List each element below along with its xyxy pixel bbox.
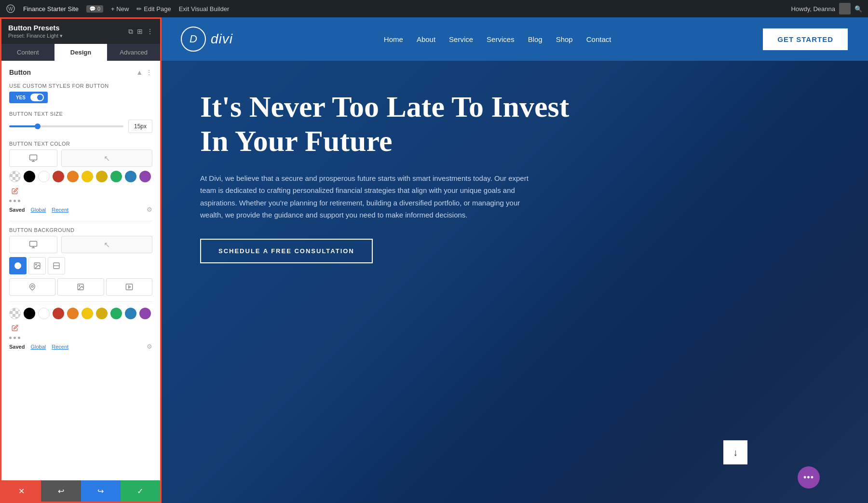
- copy-icon[interactable]: ⧉: [128, 27, 133, 36]
- slider-thumb[interactable]: [35, 123, 41, 129]
- nav-service[interactable]: Service: [449, 35, 473, 43]
- site-logo: D divi: [181, 27, 233, 52]
- bg-swatch-red[interactable]: [53, 308, 64, 319]
- swatch-black[interactable]: [24, 171, 35, 182]
- cursor-icon: ↖: [104, 154, 110, 163]
- settings-icon[interactable]: ⚙: [147, 206, 152, 213]
- swatch-white[interactable]: [38, 171, 50, 182]
- text-size-slider-row: 15px: [9, 120, 152, 133]
- confirm-button[interactable]: ✓: [121, 480, 160, 502]
- bg-paint-icon[interactable]: [9, 278, 55, 296]
- collapse-icon[interactable]: ▲: [136, 68, 143, 76]
- bg-global-tab[interactable]: Global: [30, 344, 46, 350]
- confirm-icon: ✓: [137, 487, 143, 496]
- scroll-arrow-button[interactable]: ↓: [723, 440, 747, 464]
- nav-contact[interactable]: Contact: [586, 35, 611, 43]
- bg-pencil-icon[interactable]: [9, 322, 21, 334]
- global-tab[interactable]: Global: [30, 207, 46, 213]
- swatch-purple[interactable]: [139, 171, 151, 182]
- bg-saved-tab[interactable]: Saved: [9, 344, 25, 350]
- bg-recent-tab[interactable]: Recent: [52, 344, 68, 350]
- bg-swatch-green[interactable]: [110, 308, 122, 319]
- bg-swatch-blue[interactable]: [125, 308, 136, 319]
- tab-advanced[interactable]: Advanced: [107, 44, 160, 61]
- swatch-blue[interactable]: [125, 171, 136, 182]
- nav-shop[interactable]: Shop: [556, 35, 573, 43]
- bg-swatch-black[interactable]: [24, 308, 35, 319]
- bg-swatch-white[interactable]: [38, 308, 50, 319]
- bg-desktop-icon[interactable]: [9, 236, 57, 253]
- bg-gradient-type[interactable]: [48, 257, 65, 274]
- swatch-gold[interactable]: [96, 171, 108, 182]
- swatch-transparent[interactable]: [9, 171, 21, 182]
- panel-header-icons: ⧉ ⊞ ⋮: [128, 27, 153, 36]
- tab-content[interactable]: Content: [1, 44, 54, 61]
- hero-content: It's Never Too Late To Invest In Your Fu…: [200, 90, 586, 263]
- nav-home[interactable]: Home: [384, 35, 403, 43]
- comments-bubble[interactable]: 💬 0: [86, 5, 103, 13]
- site-name[interactable]: Finance Starter Site: [23, 5, 79, 13]
- exit-visual-builder-button[interactable]: Exit Visual Builder: [179, 5, 230, 13]
- three-dots-top: [9, 200, 152, 202]
- bg-value-box[interactable]: ↖: [61, 236, 152, 253]
- text-size-field: Button Text Size 15px: [9, 111, 152, 133]
- get-started-button[interactable]: GET STARTED: [762, 27, 849, 51]
- custom-styles-toggle[interactable]: YES: [9, 92, 152, 103]
- bg-swatch-purple[interactable]: [139, 308, 151, 319]
- bg-color-type[interactable]: [9, 257, 27, 274]
- toggle-slider[interactable]: [30, 94, 44, 101]
- redo-icon: ↪: [97, 487, 104, 496]
- nav-blog[interactable]: Blog: [528, 35, 542, 43]
- nav-about[interactable]: About: [417, 35, 435, 43]
- wp-logo-icon[interactable]: W: [6, 4, 15, 14]
- bg-swatch-orange[interactable]: [67, 308, 79, 319]
- float-menu-button[interactable]: •••: [798, 466, 820, 489]
- custom-styles-label: Use Custom Styles For Button: [9, 83, 152, 89]
- slider-value[interactable]: 15px: [128, 120, 152, 133]
- tab-design[interactable]: Design: [54, 44, 108, 61]
- panel-header: Button Presets Preset: Finance Light ▾ ⧉…: [1, 19, 160, 44]
- nav-services[interactable]: Services: [487, 35, 515, 43]
- bg-swatch-transparent[interactable]: [9, 308, 21, 319]
- bdot3: [18, 337, 20, 339]
- dot3: [18, 200, 20, 202]
- more-icon[interactable]: ⋮: [147, 27, 153, 35]
- hero-cta-button[interactable]: SCHEDULE A FREE CONSULTATION: [200, 239, 373, 263]
- recent-tab[interactable]: Recent: [52, 207, 68, 213]
- bg-video-icon[interactable]: [106, 278, 152, 296]
- new-button[interactable]: + New: [111, 5, 129, 13]
- undo-button[interactable]: ↩: [41, 480, 81, 502]
- saved-tab[interactable]: Saved: [9, 207, 25, 213]
- bg-swatch-yellow[interactable]: [81, 308, 93, 319]
- svg-point-6: [36, 264, 37, 265]
- pencil-icon: ✏: [136, 5, 142, 13]
- main-layout: Button Presets Preset: Finance Light ▾ ⧉…: [0, 17, 868, 503]
- site-nav: D divi Home About Service Services Blog …: [162, 17, 868, 61]
- swatch-green[interactable]: [110, 171, 122, 182]
- search-icon[interactable]: 🔍: [854, 5, 862, 13]
- cursor-icon2: ↖: [104, 240, 110, 249]
- bg-image-upload-icon[interactable]: [57, 278, 104, 296]
- cancel-button[interactable]: ✕: [1, 480, 41, 502]
- redo-button[interactable]: ↪: [81, 480, 121, 502]
- swatch-yellow[interactable]: [81, 171, 93, 182]
- toggle-yes-label: YES: [13, 94, 28, 101]
- color-pencil-icon[interactable]: [9, 185, 21, 197]
- text-color-desktop-icon[interactable]: [9, 150, 57, 167]
- bg-swatch-gold[interactable]: [96, 308, 108, 319]
- grid-icon[interactable]: ⊞: [137, 27, 143, 35]
- hero-section: It's Never Too Late To Invest In Your Fu…: [162, 61, 868, 503]
- section-more-icon[interactable]: ⋮: [146, 68, 152, 76]
- bg-settings-icon[interactable]: ⚙: [147, 343, 152, 350]
- panel-preset[interactable]: Preset: Finance Light ▾: [8, 33, 63, 39]
- bg-image-type[interactable]: [28, 257, 46, 274]
- edit-page-button[interactable]: ✏ Edit Page: [136, 5, 171, 13]
- bg-color-field-row: ↖: [9, 236, 152, 253]
- wp-admin-bar: W Finance Starter Site 💬 0 + New ✏ Edit …: [0, 0, 868, 17]
- swatch-red[interactable]: [53, 171, 64, 182]
- text-color-value-box[interactable]: ↖: [61, 150, 152, 167]
- dot2: [14, 200, 16, 202]
- toggle-button[interactable]: YES: [9, 92, 48, 103]
- swatch-orange[interactable]: [67, 171, 79, 182]
- slider-track[interactable]: [9, 125, 123, 127]
